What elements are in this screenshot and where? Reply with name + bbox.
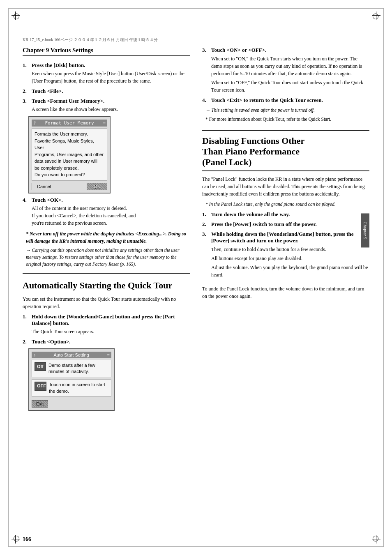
step-2-content: Touch <File>. <box>32 88 190 94</box>
step-4-content: Touch <OK>. All of the content in the us… <box>32 197 190 227</box>
step-b1-content: Hold down the [Wonderland/Game] button a… <box>32 313 190 335</box>
r-step-3-label: Touch <ON> or <OFF>. <box>211 47 266 53</box>
step-3-body: A screen like the one shown below appear… <box>32 106 190 113</box>
section-divider-2 <box>202 130 369 131</box>
page-number: 166 <box>23 536 31 543</box>
step-3-label: Touch <Format User Memory>. <box>32 98 104 104</box>
r-step-pl3: 3. While holding down the [Wonderland/Ga… <box>202 231 369 279</box>
step-2: 2. Touch <File>. <box>23 88 190 94</box>
r-step-4: 4. Touch <Exit> to return to the Quick T… <box>202 97 369 104</box>
screen2-row2-text: Touch icon in screen to start the demo. <box>49 382 108 394</box>
panel-lock-title: Disabling Functions Other Than Piano Per… <box>202 136 369 171</box>
step-b2-content: Touch <Option>. <box>32 339 190 345</box>
section-divider-1 <box>23 273 190 274</box>
auto-start-intro: You can set the instrument so that the Q… <box>23 295 190 310</box>
screen2-btn-off2[interactable]: OFF <box>35 382 46 390</box>
r-step-pl3-body1: Then, continue to hold down the button f… <box>211 246 369 253</box>
file-header: KR-17_15_e.book 166ページ ２００４年１２月６日 月曜日 午後… <box>23 37 369 43</box>
r-step-pl3-body3: Adjust the volume. When you play the key… <box>211 264 369 279</box>
r-step-3: 3. Touch <ON> or <OFF>. When set to "ON,… <box>202 47 369 94</box>
r-step-3-body1: When set to "ON," the Quick Tour starts … <box>211 55 369 77</box>
chapter-heading: Chapter 9 Various Settings <box>23 47 190 56</box>
r-step-pl2: 2. Press the [Power] switch to turn off … <box>202 221 369 228</box>
step-1-body: Even when you press the Music Style [Use… <box>32 70 190 85</box>
screen-1-buttons: Cancel OK <box>32 183 107 190</box>
screen2-row-1: Off Demo starts after a few minutes of i… <box>32 360 111 378</box>
step-4-body: All of the content in the user memory is… <box>32 205 190 227</box>
r-step-pl1-label: Turn down the volume all the way. <box>211 211 290 217</box>
screen-2-icon-right: ≡ <box>107 352 110 357</box>
step-2-num: 2. <box>23 88 30 94</box>
r-note-arrow: This setting is saved even after the pow… <box>205 107 369 114</box>
left-column: Chapter 9 Various Settings 1. Press the … <box>23 47 190 414</box>
step-b1-body: The Quick Tour screen appears. <box>32 328 190 335</box>
r-step-4-num: 4. <box>202 97 210 104</box>
panel-lock-footer: To undo the Panel Lock function, turn th… <box>202 285 369 300</box>
step-4-label: Touch <OK>. <box>32 197 63 203</box>
chapter-tab: Chapter 9 <box>361 214 369 248</box>
r-step-pl2-label: Press the [Power] switch to turn off the… <box>211 221 317 227</box>
r-step-pl1-content: Turn down the volume all the way. <box>211 211 369 218</box>
cancel-button[interactable]: Cancel <box>32 183 56 190</box>
r-step-4-content: Touch <Exit> to return to the Quick Tour… <box>211 97 369 104</box>
step-3-content: Touch <Format User Memory>. A screen lik… <box>32 98 190 113</box>
r-step-pl1: 1. Turn down the volume all the way. <box>202 211 369 218</box>
right-column: Chapter 9 3. Touch <ON> or <OFF>. When s… <box>202 47 369 414</box>
step-4-num: 4. <box>23 197 30 227</box>
ok-button[interactable]: OK <box>87 183 107 190</box>
r-step-pl3-content: While holding down the [Wonderland/Game]… <box>211 231 369 279</box>
step-3: 3. Touch <Format User Memory>. A screen … <box>23 98 190 113</box>
screen2-row1-text: Demo starts after a few minutes of inact… <box>48 362 108 375</box>
step-b2-label: Touch <Option>. <box>32 339 71 345</box>
note-bold: Never turn off the power while the displ… <box>26 230 190 245</box>
screen-2-icon-left: ♪ <box>33 352 36 357</box>
r-step-pl3-body2: All buttons except for piano play are di… <box>211 255 369 262</box>
step-2-label: Touch <File>. <box>32 88 63 94</box>
panel-lock-intro: The "Panel Lock" function locks the KR i… <box>202 175 369 198</box>
r-step-3-num: 3. <box>202 47 210 94</box>
panel-lock-note: In the Panel Lock state, only the grand … <box>205 201 369 208</box>
step-b1: 1. Hold down the [Wonderland/Game] butto… <box>23 313 190 335</box>
screen2-row-2: OFF Touch icon in screen to start the de… <box>32 379 111 397</box>
screen-mockup-2: ♪ Auto Start Setting ≡ Off Demo starts a… <box>28 348 115 411</box>
step-b1-label: Hold down the [Wonderland/Game] button a… <box>32 313 175 326</box>
step-b2: 2. Touch <Option>. <box>23 339 190 345</box>
step-1-label: Press the [Disk] button. <box>32 62 85 68</box>
screen-mockup-1: ♪ Format User Memory ≡ Formats the User … <box>28 116 111 193</box>
step-4: 4. Touch <OK>. All of the content in the… <box>23 197 190 227</box>
screen-1-body-text: Formats the User memory.Favorite Songs, … <box>35 131 104 178</box>
note-arrow-left: Carrying out this operation does not ini… <box>26 247 190 268</box>
step-3-num: 3. <box>23 98 30 113</box>
step-b1-num: 1. <box>23 313 30 335</box>
r-step-pl1-num: 1. <box>202 211 210 218</box>
screen-title-bar-2: ♪ Auto Start Setting ≡ <box>32 352 111 358</box>
page-content: KR-17_15_e.book 166ページ ２００４年１２月６日 月曜日 午後… <box>23 37 369 532</box>
step-1: 1. Press the [Disk] button. Even when yo… <box>23 62 190 85</box>
screen-title-bar-1: ♪ Format User Memory ≡ <box>32 120 107 127</box>
step-1-num: 1. <box>23 62 30 85</box>
r-step-4-label: Touch <Exit> to return to the Quick Tour… <box>211 97 323 103</box>
r-step-pl2-content: Press the [Power] switch to turn off the… <box>211 221 369 228</box>
exit-button[interactable]: Exit <box>32 400 48 408</box>
step-1-content: Press the [Disk] button. Even when you p… <box>32 62 190 85</box>
r-note-star: For more information about Quick Tour, r… <box>205 116 369 123</box>
screen-2-title: Auto Start Setting <box>53 352 89 357</box>
r-step-3-body2: When set to "OFF," the Quick Tour does n… <box>211 79 369 94</box>
screen-1-icon-right: ≡ <box>103 120 106 126</box>
r-step-pl2-num: 2. <box>202 221 210 228</box>
columns: Chapter 9 Various Settings 1. Press the … <box>23 47 369 414</box>
screen-1-body: Formats the User memory.Favorite Songs, … <box>32 128 107 181</box>
auto-start-section-title: Automatically Starting the Quick Tour <box>23 280 190 291</box>
r-step-3-content: Touch <ON> or <OFF>. When set to "ON," t… <box>211 47 369 94</box>
r-step-pl3-label: While holding down the [Wonderland/Game]… <box>211 231 353 244</box>
screen-1-title: Format User Memory <box>45 120 94 126</box>
r-step-pl3-num: 3. <box>202 231 210 279</box>
screen2-btn-off1[interactable]: Off <box>35 362 46 371</box>
step-b2-num: 2. <box>23 339 30 345</box>
screen-1-icon-left: ♪ <box>33 120 36 126</box>
